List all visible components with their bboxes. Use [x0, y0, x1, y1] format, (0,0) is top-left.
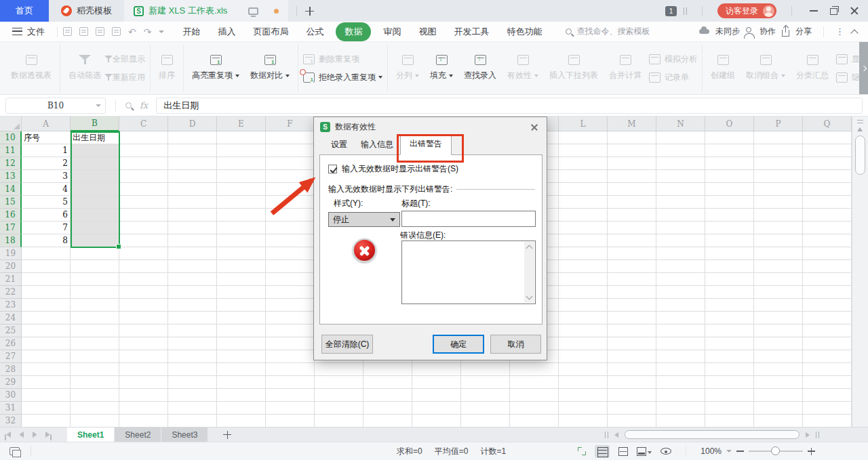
cell-C24[interactable]: [119, 312, 168, 325]
cell-L22[interactable]: [559, 286, 608, 299]
column-header-F[interactable]: F: [266, 117, 315, 131]
print-icon[interactable]: [96, 27, 104, 36]
row-header-15[interactable]: 15: [0, 196, 22, 209]
cell-P18[interactable]: [754, 234, 803, 247]
cell-M11[interactable]: [608, 144, 656, 157]
cell-Q23[interactable]: [803, 299, 852, 312]
cell-P31[interactable]: [754, 402, 803, 415]
cell-D27[interactable]: [168, 350, 217, 363]
cell-B12[interactable]: [71, 157, 119, 170]
cell-E13[interactable]: [217, 170, 266, 183]
vertical-scrollbar[interactable]: [852, 117, 868, 427]
cell-M15[interactable]: [608, 196, 656, 209]
row-header-26[interactable]: 26: [0, 337, 22, 350]
next-sheet-icon[interactable]: [33, 432, 37, 438]
cell-F11[interactable]: [266, 144, 315, 157]
cell-F31[interactable]: [266, 402, 315, 415]
cell-N20[interactable]: [656, 260, 705, 273]
cell-Q28[interactable]: [803, 363, 852, 376]
cell-A26[interactable]: [22, 337, 71, 350]
cell-P24[interactable]: [754, 312, 803, 325]
cell-E30[interactable]: [217, 389, 266, 402]
cell-F18[interactable]: [266, 234, 315, 247]
fullscreen-icon[interactable]: [578, 447, 586, 455]
cell-D12[interactable]: [168, 157, 217, 170]
cell-O14[interactable]: [705, 183, 754, 196]
cell-L30[interactable]: [559, 389, 608, 402]
row-header-21[interactable]: 21: [0, 273, 22, 286]
cell-E14[interactable]: [217, 183, 266, 196]
cell-P13[interactable]: [754, 170, 803, 183]
first-sheet-icon[interactable]: [7, 432, 11, 438]
cell-E10[interactable]: [217, 131, 266, 144]
cell-C20[interactable]: [119, 260, 168, 273]
cell-L13[interactable]: [559, 170, 608, 183]
cell-F24[interactable]: [266, 312, 315, 325]
cell-F19[interactable]: [266, 247, 315, 260]
selection-mode-icon[interactable]: [9, 447, 20, 455]
cell-O25[interactable]: [705, 325, 754, 337]
cell-J31[interactable]: [461, 402, 510, 415]
share-button[interactable]: 分享: [795, 26, 812, 37]
cell-B26[interactable]: [71, 337, 119, 350]
horizontal-scrollbar[interactable]: [605, 430, 819, 439]
cell-B20[interactable]: [71, 260, 119, 273]
cell-B25[interactable]: [71, 325, 119, 337]
cell-E20[interactable]: [217, 260, 266, 273]
cell-N32[interactable]: [656, 415, 705, 427]
cell-B17[interactable]: [71, 222, 119, 234]
cell-B22[interactable]: [71, 286, 119, 299]
menu-tab-页面布局[interactable]: 页面布局: [244, 22, 297, 41]
cell-M22[interactable]: [608, 286, 656, 299]
cell-Q20[interactable]: [803, 260, 852, 273]
scrollbar-grip-icon[interactable]: [816, 432, 819, 438]
cell-G32[interactable]: [315, 415, 363, 427]
docer-template-tab[interactable]: 稻壳模板: [49, 0, 124, 22]
cell-M21[interactable]: [608, 273, 656, 286]
cell-L19[interactable]: [559, 247, 608, 260]
cell-K29[interactable]: [510, 376, 559, 389]
save-icon[interactable]: [63, 27, 72, 36]
cell-E25[interactable]: [217, 325, 266, 337]
cell-L28[interactable]: [559, 363, 608, 376]
cell-O28[interactable]: [705, 363, 754, 376]
cell-B32[interactable]: [71, 415, 119, 427]
find-entry-button[interactable]: 查找录入: [460, 55, 500, 81]
dialog-tab-输入信息[interactable]: 输入信息: [354, 135, 400, 154]
show-error-alert-checkbox[interactable]: [328, 165, 337, 173]
cancel-button[interactable]: 取消: [490, 335, 541, 354]
cell-E19[interactable]: [217, 247, 266, 260]
cell-D18[interactable]: [168, 234, 217, 247]
cell-L14[interactable]: [559, 183, 608, 196]
cell-C31[interactable]: [119, 402, 168, 415]
cell-C22[interactable]: [119, 286, 168, 299]
cell-E11[interactable]: [217, 144, 266, 157]
cell-M27[interactable]: [608, 350, 656, 363]
cell-C11[interactable]: [119, 144, 168, 157]
cell-P16[interactable]: [754, 209, 803, 222]
cell-E29[interactable]: [217, 376, 266, 389]
column-header-M[interactable]: M: [608, 117, 656, 131]
row-header-24[interactable]: 24: [0, 312, 22, 325]
cell-N21[interactable]: [656, 273, 705, 286]
cell-A18[interactable]: 8: [22, 234, 71, 247]
cell-P21[interactable]: [754, 273, 803, 286]
cell-D22[interactable]: [168, 286, 217, 299]
cell-B30[interactable]: [71, 389, 119, 402]
collaborate-button[interactable]: 协作: [760, 26, 776, 37]
cell-O18[interactable]: [705, 234, 754, 247]
row-header-30[interactable]: 30: [0, 389, 22, 402]
menu-tab-数据[interactable]: 数据: [336, 22, 371, 41]
cell-E17[interactable]: [217, 222, 266, 234]
row-header-16[interactable]: 16: [0, 209, 22, 222]
cell-Q12[interactable]: [803, 157, 852, 170]
column-header-P[interactable]: P: [754, 117, 803, 131]
cell-C12[interactable]: [119, 157, 168, 170]
cell-N13[interactable]: [656, 170, 705, 183]
cell-A23[interactable]: [22, 299, 71, 312]
cell-Q32[interactable]: [803, 415, 852, 427]
cell-L11[interactable]: [559, 144, 608, 157]
cell-D28[interactable]: [168, 363, 217, 376]
cell-M14[interactable]: [608, 183, 656, 196]
dialog-close-icon[interactable]: [528, 121, 540, 133]
